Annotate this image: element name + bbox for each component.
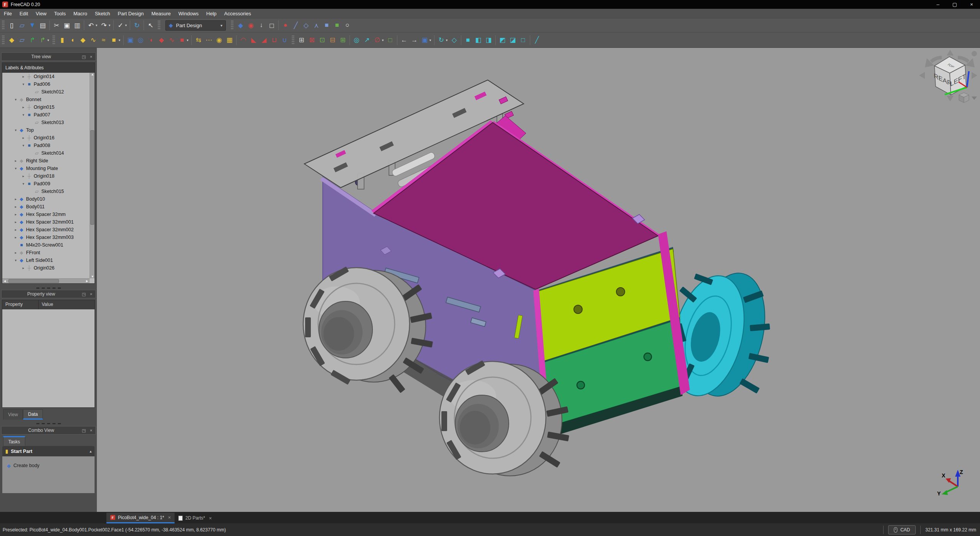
paste-icon[interactable]: ▥ [72, 20, 82, 31]
expander-icon[interactable]: ▾ [13, 258, 18, 262]
nav-forward-icon[interactable]: → [409, 34, 420, 46]
tab-tasks[interactable]: Tasks [3, 436, 25, 446]
print-icon[interactable]: ▤ [38, 20, 48, 31]
menu-item[interactable]: Help [203, 9, 220, 18]
menu-item[interactable]: View [32, 9, 50, 18]
nav-back-icon[interactable]: ← [399, 34, 409, 46]
expander-icon[interactable]: ▸ [13, 220, 18, 224]
toolbar-item[interactable] [236, 35, 237, 45]
expander-icon[interactable]: ▾ [13, 128, 18, 132]
menu-item[interactable]: Part Design [114, 9, 148, 18]
tree-row[interactable]: ▾ ◆ Top [2, 126, 90, 134]
menu-item[interactable]: Edit [16, 9, 32, 18]
close-button[interactable]: × [963, 0, 980, 9]
box-selection-icon[interactable]: □ [385, 34, 395, 46]
document-tab[interactable]: 2D Parts* × [175, 513, 216, 523]
scroll-up-icon[interactable]: ▲ [90, 73, 95, 76]
toolbar-item[interactable]: ▾ [444, 34, 449, 46]
collapse-chevron-icon[interactable]: ▴ [90, 449, 91, 453]
scroll-left-icon[interactable]: ◄ [3, 279, 7, 283]
view-rear-icon[interactable]: ◩ [497, 34, 508, 46]
import-icon[interactable]: ↓ [256, 20, 266, 31]
toolbar-item[interactable] [495, 35, 496, 45]
measure-icon[interactable]: ╱ [532, 34, 542, 46]
toolbar-item[interactable] [530, 35, 530, 45]
toolbar-item[interactable] [2, 36, 5, 45]
close-panel-icon[interactable]: × [88, 428, 94, 433]
create-face-icon[interactable]: ■ [332, 20, 342, 31]
scrollbar-thumb[interactable] [90, 130, 94, 225]
tree-row[interactable]: ▸ ◆ Hex Spacer 32mm002 [2, 226, 90, 234]
additive-loft-icon[interactable]: ◆ [78, 34, 88, 46]
menu-item[interactable]: Windows [175, 9, 203, 18]
expander-icon[interactable]: ▾ [13, 98, 18, 101]
menu-item[interactable]: Macro [70, 9, 91, 18]
refresh-icon[interactable]: ↻ [132, 20, 142, 31]
tree-row[interactable]: ▱ Sketch014 [2, 149, 90, 157]
toolbar-item[interactable]: ▾ [124, 20, 128, 31]
copy-icon[interactable]: ▣ [62, 20, 72, 31]
linear-pattern-icon[interactable]: ⋯ [204, 34, 214, 46]
tree-row[interactable]: ▸ ◆ Right Side [2, 157, 90, 165]
create-sketch-icon[interactable]: ◉ [246, 20, 256, 31]
toolbar-item[interactable]: ▾ [94, 20, 99, 31]
toolbar-item[interactable] [130, 20, 130, 30]
groove-icon[interactable]: ◖ [146, 34, 156, 46]
create-body-icon[interactable]: ◆ [7, 34, 17, 46]
create-bspline-face-icon[interactable]: ■ [322, 20, 332, 31]
tree-row[interactable]: ▾ ■ Pad006 [2, 80, 90, 88]
expander-icon[interactable]: ▸ [21, 75, 26, 78]
shapebinder-face-icon[interactable]: ○ [342, 20, 353, 31]
menu-item[interactable]: Sketch [91, 9, 114, 18]
tree-row[interactable]: ▾ ◆ Mounting Plate [2, 165, 90, 172]
attach-sketch-icon[interactable]: ◻ [266, 20, 277, 31]
part-workbench-icon[interactable]: ◆ [235, 20, 246, 31]
expander-icon[interactable]: ▸ [21, 136, 26, 140]
expander-icon[interactable]: ▸ [13, 212, 18, 216]
view-bottom-icon[interactable]: ◪ [508, 34, 518, 46]
expander-icon[interactable]: ▸ [21, 174, 26, 178]
scrollbar-thumb[interactable] [8, 279, 59, 283]
toolbar-item[interactable] [191, 35, 192, 45]
start-part-section-header[interactable]: ▮ Start Part ▴ [2, 446, 95, 456]
float-panel-icon[interactable]: ◳ [81, 428, 87, 433]
expander-icon[interactable]: ▾ [21, 182, 26, 186]
tree-row[interactable]: ▸ ┼ Origin016 [2, 134, 90, 142]
tree-row[interactable]: ▾ ■ Pad008 [2, 142, 90, 149]
property-tab[interactable]: Data [23, 409, 43, 420]
additive-pipe-icon[interactable]: ∿ [88, 34, 98, 46]
subtractive-loft-icon[interactable]: ◆ [156, 34, 167, 46]
additive-helix-icon[interactable]: ≈ [98, 34, 109, 46]
open-file-icon[interactable]: ▱ [17, 20, 27, 31]
float-panel-icon[interactable]: ◳ [81, 292, 87, 297]
toolbar-item[interactable]: ▾ [107, 20, 112, 31]
toolbar-item[interactable] [397, 35, 397, 45]
toolbar-item[interactable]: ▾ [185, 34, 190, 46]
toolbar-item[interactable] [158, 21, 160, 30]
tree-row[interactable]: ▸ ◆ FFront [2, 249, 90, 257]
expander-icon[interactable]: ▸ [13, 235, 18, 239]
draft-icon[interactable]: ◢ [259, 34, 269, 46]
scroll-right-icon[interactable]: ► [85, 279, 89, 283]
helper-edit-icon[interactable]: ⊡ [317, 34, 327, 46]
tree-row[interactable]: ▾ ◆ Bonnet [2, 96, 90, 103]
helper-copy-icon[interactable]: ⊞ [338, 34, 348, 46]
tree-row[interactable]: ▸ ┼ Origin026 [2, 264, 90, 272]
helper-delete-icon[interactable]: ⊠ [307, 34, 317, 46]
scroll-down-icon[interactable]: ▼ [90, 275, 95, 278]
document-tab[interactable]: F PicoBot4_wide_04 : 1* × [106, 513, 175, 523]
tree-row[interactable]: ▸ ◆ Hex Spacer 32mm003 [2, 234, 90, 241]
expander-icon[interactable]: ▾ [21, 82, 26, 86]
tree-horizontal-scrollbar[interactable]: ◄ ► [2, 278, 90, 283]
expander-icon[interactable]: ▾ [21, 113, 26, 117]
dock-splitter[interactable] [0, 422, 97, 425]
create-body-action[interactable]: ◆ Create body [2, 460, 95, 471]
menu-item[interactable]: Accessories [220, 9, 255, 18]
whats-this-icon[interactable]: ↖ [145, 20, 156, 31]
pocket-icon[interactable]: ▣ [125, 34, 136, 46]
toolbar-item[interactable]: ▾ [117, 34, 122, 46]
expander-icon[interactable]: ▸ [13, 205, 18, 209]
create-rectangle-icon[interactable]: ◇ [301, 20, 311, 31]
toolbar-item[interactable] [49, 20, 50, 30]
thickness-icon[interactable]: ⊔ [269, 34, 279, 46]
